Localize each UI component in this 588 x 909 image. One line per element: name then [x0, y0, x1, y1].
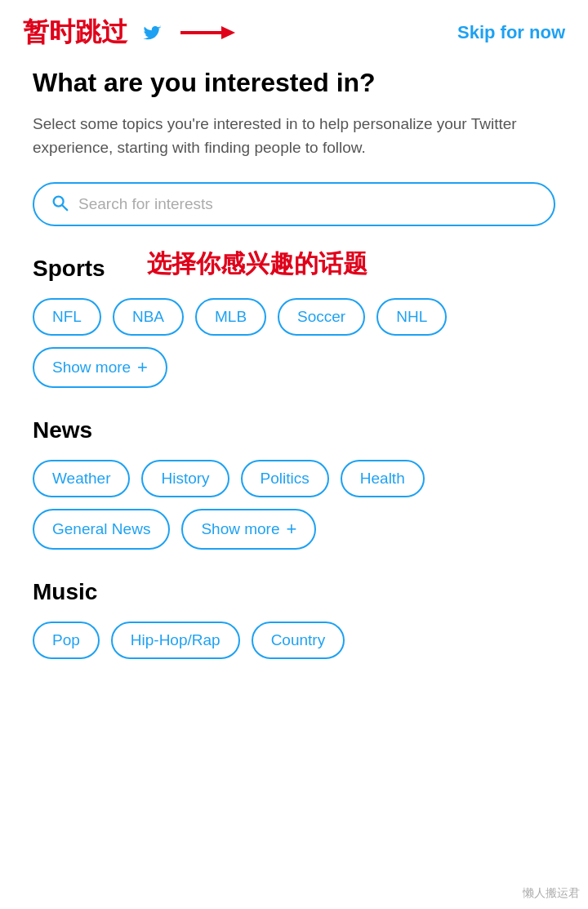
tag-politics[interactable]: Politics — [241, 460, 329, 497]
tag-country[interactable]: Country — [252, 622, 345, 659]
sports-tags-row: NFL NBA MLB Soccer NHL — [33, 298, 555, 336]
header: 暂时跳过 Skip for now — [0, 0, 588, 59]
page-title: What are you interested in? — [33, 67, 555, 98]
sports-show-more-button[interactable]: Show more + — [33, 347, 167, 388]
tag-soccer[interactable]: Soccer — [278, 298, 365, 336]
tag-health[interactable]: Health — [341, 460, 425, 497]
tag-pop[interactable]: Pop — [33, 622, 100, 659]
music-title: Music — [33, 579, 555, 605]
tag-nba[interactable]: NBA — [113, 298, 184, 336]
search-icon — [51, 194, 69, 215]
skip-button[interactable]: Skip for now — [457, 22, 565, 43]
search-input[interactable] — [78, 195, 537, 213]
tag-history[interactable]: History — [141, 460, 229, 497]
search-container — [33, 182, 555, 226]
svg-marker-1 — [221, 26, 235, 39]
svg-line-3 — [62, 206, 67, 211]
news-show-more-button[interactable]: Show more + — [181, 509, 316, 550]
tag-general-news[interactable]: General News — [33, 509, 170, 550]
news-section: News Weather History Politics Health Gen… — [33, 417, 555, 550]
sports-show-more-label: Show more — [52, 359, 131, 377]
sports-title: Sports — [33, 256, 555, 282]
tag-mlb[interactable]: MLB — [195, 298, 266, 336]
news-show-more-label: Show more — [201, 520, 279, 538]
watermark: 懒人搬运君 — [523, 886, 580, 901]
tag-nfl[interactable]: NFL — [33, 298, 101, 336]
arrow-svg — [136, 15, 242, 51]
news-title: News — [33, 417, 555, 443]
sports-more-row: Show more + — [33, 347, 555, 388]
page-subtitle: Select some topics you're interested in … — [33, 113, 555, 159]
news-tags-row: Weather History Politics Health — [33, 460, 555, 497]
news-extra-row: General News Show more + — [33, 509, 555, 550]
header-left: 暂时跳过 — [23, 15, 242, 51]
arrow-decoration — [136, 15, 242, 51]
main-content: What are you interested in? Select some … — [0, 59, 588, 713]
sports-section: 选择你感兴趣的话题 Sports NFL NBA MLB Soccer NHL … — [33, 256, 555, 388]
chinese-skip-label: 暂时跳过 — [23, 15, 127, 51]
music-tags-row: Pop Hip-Hop/Rap Country — [33, 622, 555, 659]
news-plus-icon: + — [287, 519, 297, 540]
tag-weather[interactable]: Weather — [33, 460, 130, 497]
music-section: Music Pop Hip-Hop/Rap Country — [33, 579, 555, 659]
tag-hiphop-rap[interactable]: Hip-Hop/Rap — [111, 622, 240, 659]
plus-icon: + — [137, 357, 148, 378]
tag-nhl[interactable]: NHL — [376, 298, 447, 336]
